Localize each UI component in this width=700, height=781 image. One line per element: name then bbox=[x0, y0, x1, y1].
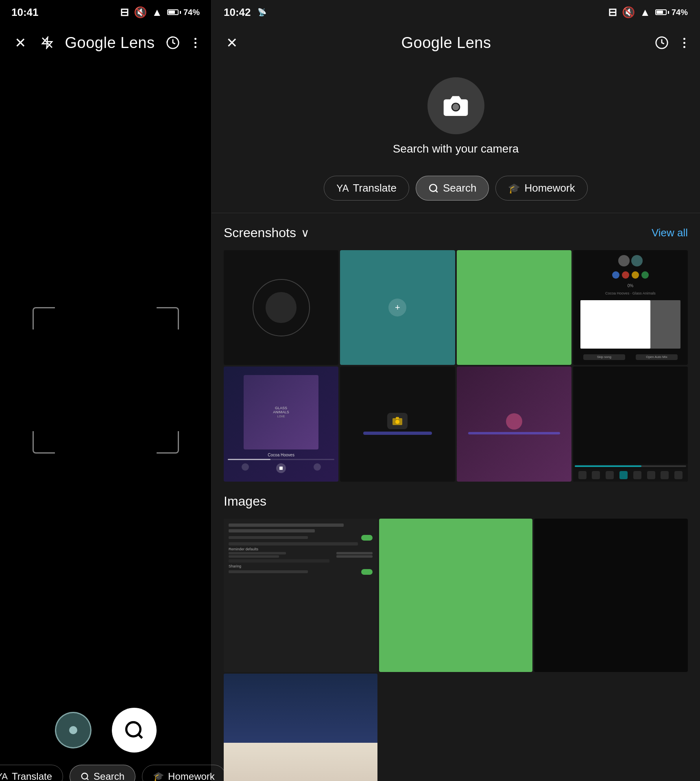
image-thumb-3[interactable] bbox=[534, 519, 688, 672]
right-more-button[interactable] bbox=[681, 35, 688, 50]
vol-btns: Skip song Open Auto Mix bbox=[578, 354, 683, 360]
left-mode-tabs: YA Translate Search 🎓 Homework bbox=[0, 765, 226, 781]
music-album-art: GLASSANIMALSLOVE bbox=[244, 375, 318, 450]
close-button[interactable]: ✕ bbox=[12, 32, 28, 53]
music-title: Cocoa Hooves bbox=[268, 453, 294, 457]
history-button[interactable] bbox=[164, 33, 182, 52]
tab-homework-right[interactable]: 🎓 Homework bbox=[495, 176, 587, 201]
settings-times bbox=[229, 552, 373, 554]
image-thumb-2[interactable] bbox=[379, 519, 533, 672]
search-icon-right bbox=[428, 183, 439, 194]
right-close-button[interactable]: ✕ bbox=[224, 32, 240, 53]
ctrl-1 bbox=[578, 471, 587, 479]
wifi-icon: ▲ bbox=[152, 6, 162, 19]
toggle-row-2 bbox=[229, 569, 373, 575]
screenshot-thumb-2[interactable]: + bbox=[340, 250, 455, 365]
homework-icon-left: 🎓 bbox=[153, 771, 164, 781]
svg-line-6 bbox=[87, 778, 88, 780]
images-title-row: Images bbox=[224, 494, 266, 509]
tab-homework-left[interactable]: 🎓 Homework bbox=[142, 765, 226, 781]
tab-homework-label-right: Homework bbox=[524, 182, 575, 194]
settings-row-2 bbox=[229, 529, 315, 532]
screenshots-section-header: Screenshots ∨ View all bbox=[224, 225, 688, 240]
settings-row-4 bbox=[229, 559, 329, 563]
toggle-row-1 bbox=[229, 535, 373, 541]
ctrl-2 bbox=[592, 471, 600, 479]
right-time: 10:42 bbox=[224, 6, 251, 19]
right-status-left: 10:42 📡 bbox=[224, 6, 266, 19]
images-section-header: Images bbox=[224, 494, 688, 509]
svg-point-3 bbox=[126, 722, 140, 737]
screenshot-thumb-1[interactable] bbox=[224, 250, 338, 365]
settings-row-1 bbox=[229, 524, 344, 527]
right-panel: 10:42 📡 ⊟ 🔇 ▲ 74% ✕ Google Lens bbox=[212, 0, 700, 781]
more-button[interactable] bbox=[192, 35, 199, 50]
right-status-bar: 10:42 📡 ⊟ 🔇 ▲ 74% bbox=[212, 0, 700, 24]
settings-times-2 bbox=[229, 555, 373, 558]
camera-icon-circle[interactable] bbox=[427, 77, 484, 134]
screenshot-thumb-8[interactable] bbox=[573, 367, 688, 481]
settings-section-label: Reminder defaults bbox=[229, 547, 373, 551]
action-buttons bbox=[55, 708, 157, 753]
vol-slider bbox=[580, 300, 680, 349]
right-history-button[interactable] bbox=[652, 33, 671, 52]
left-toolbar-left: ✕ bbox=[12, 32, 56, 53]
tab-translate-left[interactable]: YA Translate bbox=[0, 765, 63, 781]
screenshot-thumb-4[interactable]: 0% Cocoa Hooves · Glass Animals Skip son… bbox=[573, 250, 688, 365]
tab-translate-label-left: Translate bbox=[12, 771, 52, 781]
right-toolbar-actions bbox=[652, 33, 688, 52]
battery-percent: 74% bbox=[183, 8, 200, 17]
flash-button[interactable] bbox=[38, 34, 56, 52]
content-area: Screenshots ∨ View all + bbox=[212, 213, 700, 781]
pink-circle bbox=[506, 413, 522, 430]
vol-percent: 0% bbox=[578, 284, 683, 288]
left-status-bar: 10:41 ⊟ 🔇 ▲ 74% bbox=[0, 0, 211, 24]
right-battery-percent: 74% bbox=[672, 8, 688, 17]
corner-tl bbox=[33, 307, 55, 329]
playback-controls bbox=[228, 463, 334, 473]
image-thumb-1[interactable]: Reminder defaults Sharing bbox=[224, 519, 377, 672]
pink-bar bbox=[468, 432, 560, 434]
tab-search-left[interactable]: Search bbox=[70, 765, 135, 781]
mute-icon: 🔇 bbox=[134, 6, 147, 19]
tab-translate-label-right: Translate bbox=[353, 182, 397, 194]
progress-bar bbox=[228, 459, 334, 460]
screenshots-view-all[interactable]: View all bbox=[652, 227, 688, 239]
right-screen-record-icon: ⊟ bbox=[608, 6, 617, 19]
svg-rect-14 bbox=[396, 417, 399, 419]
ctrl-5 bbox=[633, 471, 641, 479]
svg-point-9 bbox=[452, 104, 459, 110]
toggle-label-2 bbox=[229, 570, 308, 573]
left-toolbar-right bbox=[164, 33, 199, 52]
viewfinder-frame bbox=[33, 307, 179, 454]
left-status-icons: ⊟ 🔇 ▲ 74% bbox=[120, 6, 200, 19]
lens-search-button[interactable] bbox=[112, 708, 157, 753]
left-app-title: Google Lens bbox=[65, 34, 155, 52]
sharing-label: Sharing bbox=[229, 564, 373, 568]
corner-bl bbox=[33, 431, 55, 454]
screenshot-thumb-6[interactable] bbox=[340, 367, 455, 481]
toggle-label-1 bbox=[229, 536, 308, 539]
dark-area bbox=[573, 367, 688, 463]
camera-app-icon bbox=[393, 417, 402, 425]
corner-br bbox=[157, 431, 179, 454]
translate-icon-left: YA bbox=[0, 771, 8, 781]
ctrl-8 bbox=[674, 471, 683, 479]
screenshot-thumb-3[interactable] bbox=[457, 250, 571, 365]
search-icon-left bbox=[81, 772, 89, 781]
screenshot-thumb-7[interactable] bbox=[457, 367, 571, 481]
right-mute-icon: 🔇 bbox=[622, 6, 635, 19]
svg-point-5 bbox=[82, 773, 88, 779]
tab-homework-label-left: Homework bbox=[168, 771, 215, 781]
right-signal-icon: 📡 bbox=[257, 8, 266, 17]
tab-search-right[interactable]: Search bbox=[416, 176, 489, 201]
image-thumb-4[interactable]: Fuji? bbox=[224, 674, 377, 781]
ctrl-4-teal bbox=[619, 471, 628, 479]
right-status-icons: ⊟ 🔇 ▲ 74% bbox=[608, 6, 688, 19]
tab-search-label-right: Search bbox=[443, 182, 476, 194]
screenshot-thumb-5[interactable]: GLASSANIMALSLOVE Cocoa Hooves bbox=[224, 367, 338, 481]
capture-button[interactable] bbox=[55, 712, 92, 748]
screenshots-grid: + 0% Cocoa Hooves · Glass Animals bbox=[224, 250, 688, 482]
tab-translate-right[interactable]: YA Translate bbox=[324, 176, 409, 201]
right-mode-tabs: YA Translate Search 🎓 Homework bbox=[212, 168, 700, 213]
